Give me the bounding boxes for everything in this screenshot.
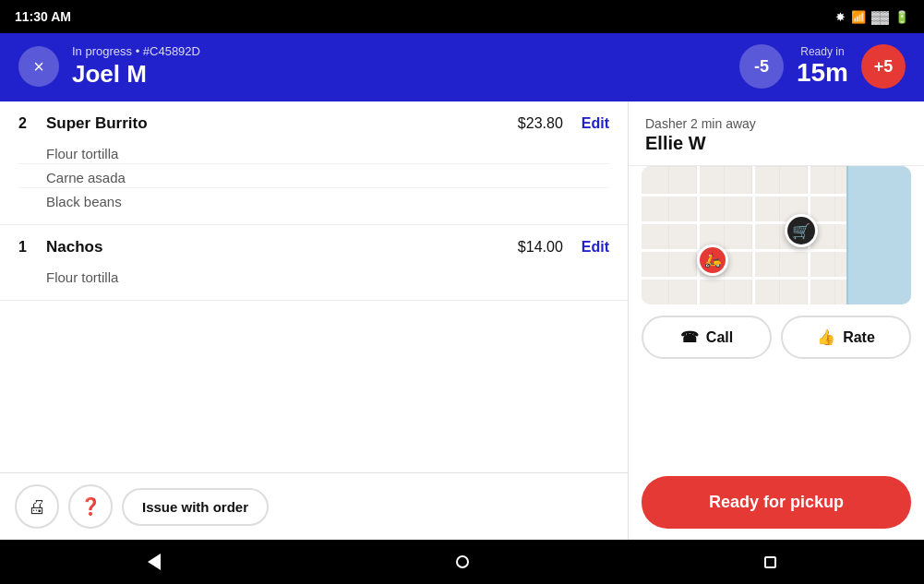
ready-in-label: Ready in	[797, 45, 848, 58]
battery-icon: 🔋	[894, 10, 909, 24]
car-icon: 🛵	[704, 252, 722, 268]
recents-button[interactable]	[746, 549, 795, 576]
map-road-h1	[642, 194, 846, 197]
order-item-header-2: 1 Nachos $14.00 Edit	[18, 238, 609, 256]
item-qty-2: 1	[18, 239, 35, 256]
modifier-black-beans: Black beans	[18, 188, 609, 211]
print-button[interactable]: 🖨	[15, 484, 59, 529]
dasher-distance: Dasher 2 min away	[645, 116, 907, 131]
edit-button-2[interactable]: Edit	[582, 239, 609, 256]
dasher-actions: ☎ Call 👍 Rate	[629, 316, 924, 370]
tablet-frame: × In progress • #C45892D Joel M -5 Ready…	[0, 33, 924, 540]
modifier-carne-asada: Carne asada	[18, 164, 609, 188]
print-icon: 🖨	[28, 496, 46, 518]
map-road-v1	[697, 166, 700, 304]
home-button[interactable]	[438, 548, 487, 576]
issue-button[interactable]: Issue with order	[122, 488, 269, 526]
left-panel: 2 Super Burrito $23.80 Edit Flour tortil…	[0, 101, 629, 540]
status-time: 11:30 AM	[15, 9, 71, 24]
bottom-actions: 🖨 ❓ Issue with order	[0, 472, 628, 540]
content-area: 2 Super Burrito $23.80 Edit Flour tortil…	[0, 101, 924, 540]
customer-name: Joel M	[72, 60, 200, 89]
rate-button[interactable]: 👍 Rate	[781, 316, 911, 359]
dasher-location-marker: 🛵	[697, 244, 728, 276]
header-info: In progress • #C45892D Joel M	[72, 44, 200, 89]
map-road-v2	[752, 166, 755, 304]
status-icons: ✸ 📶 ▓▓ 🔋	[835, 10, 909, 24]
order-item-burrito: 2 Super Burrito $23.80 Edit Flour tortil…	[0, 101, 628, 225]
rate-label: Rate	[843, 329, 875, 346]
item-name-1: Super Burrito	[46, 114, 507, 133]
bluetooth-icon: ✸	[835, 10, 846, 24]
store-icon: 🛒	[792, 222, 810, 240]
recents-icon	[764, 556, 776, 568]
dasher-info: Dasher 2 min away Ellie W	[629, 101, 924, 166]
close-button[interactable]: ×	[18, 46, 59, 87]
right-panel: Dasher 2 min away Ellie W	[629, 101, 924, 540]
item-name-2: Nachos	[46, 238, 507, 256]
back-button[interactable]	[129, 546, 179, 578]
edit-button-1[interactable]: Edit	[582, 115, 609, 132]
help-icon: ❓	[80, 496, 101, 517]
pickup-location-marker: 🛒	[785, 214, 818, 247]
ready-for-pickup-button[interactable]: Ready for pickup	[642, 476, 911, 529]
call-label: Call	[706, 329, 733, 346]
wifi-icon: 📶	[851, 10, 866, 24]
modifier-flour-tortilla-2: Flour tortilla	[18, 264, 609, 287]
help-button[interactable]: ❓	[68, 484, 113, 529]
modifier-flour-tortilla-1: Flour tortilla	[18, 140, 609, 164]
order-list: 2 Super Burrito $23.80 Edit Flour tortil…	[0, 101, 628, 472]
ready-in-time: 15m	[797, 58, 848, 88]
call-button[interactable]: ☎ Call	[642, 316, 772, 359]
order-item-header: 2 Super Burrito $23.80 Edit	[18, 114, 609, 133]
plus-time-button[interactable]: +5	[861, 44, 906, 89]
home-icon	[456, 555, 469, 568]
map-road-h4	[642, 277, 846, 280]
status-bar: 11:30 AM ✸ 📶 ▓▓ 🔋	[0, 0, 924, 33]
item-qty-1: 2	[18, 115, 35, 132]
header-right: -5 Ready in 15m +5	[739, 44, 906, 89]
item-price-2: $14.00	[518, 239, 563, 256]
ready-in-display: Ready in 15m	[797, 45, 848, 88]
map-water	[846, 166, 911, 304]
thumbs-up-icon: 👍	[817, 328, 835, 346]
dasher-name: Ellie W	[645, 133, 907, 154]
header-left: × In progress • #C45892D Joel M	[18, 44, 200, 89]
signal-icon: ▓▓	[871, 10, 889, 24]
pickup-button-container: Ready for pickup	[629, 476, 924, 540]
phone-icon: ☎	[680, 328, 699, 346]
header: × In progress • #C45892D Joel M -5 Ready…	[0, 33, 924, 101]
map-background: 🛵 🛒	[642, 166, 911, 304]
back-icon	[148, 554, 161, 570]
item-price-1: $23.80	[518, 115, 563, 132]
nav-bar	[0, 540, 924, 584]
order-status: In progress • #C45892D	[72, 44, 200, 58]
map-container: 🛵 🛒	[642, 166, 911, 304]
minus-time-button[interactable]: -5	[739, 44, 784, 89]
map-road-h3	[642, 249, 846, 252]
order-item-nachos: 1 Nachos $14.00 Edit Flour tortilla	[0, 225, 628, 301]
